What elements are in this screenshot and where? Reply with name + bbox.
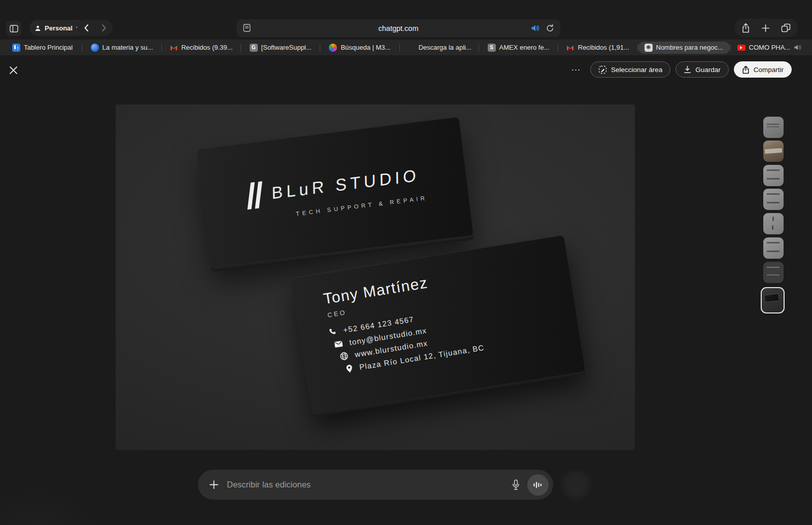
chatgpt-icon: ❋ xyxy=(645,44,653,52)
url-text: chatgpt.com xyxy=(236,24,560,32)
share-button[interactable]: Compartir xyxy=(734,61,792,78)
select-area-label: Seleccionar área xyxy=(611,66,662,74)
microphone-icon[interactable] xyxy=(512,479,520,491)
tab-overview-icon[interactable] xyxy=(781,23,791,32)
select-area-icon xyxy=(598,65,607,74)
tab-recibidos-2[interactable]: Recibidos (1,91... xyxy=(558,42,637,54)
tab-como-pha-youtube[interactable]: COMO PHA... xyxy=(730,42,809,54)
thumbnail-3[interactable] xyxy=(763,165,784,186)
blue-globe-icon xyxy=(91,44,99,52)
gmail-icon xyxy=(170,44,178,52)
thumbnail-8-selected[interactable] xyxy=(761,287,785,313)
company-logo-text: BLuR STUDIO xyxy=(272,165,420,203)
audio-playing-icon[interactable] xyxy=(531,24,540,32)
tab-busqueda-m365[interactable]: Búsqueda | M3... xyxy=(320,42,399,54)
phone-icon xyxy=(328,327,337,336)
thumbnail-2[interactable] xyxy=(763,141,784,162)
sidebar-icon xyxy=(10,25,18,32)
location-icon xyxy=(345,364,353,373)
close-icon xyxy=(9,66,18,75)
thumbnail-5[interactable] xyxy=(763,213,784,234)
tab-descarga-app[interactable]: Descarga la apli... xyxy=(400,42,479,54)
close-button[interactable] xyxy=(8,65,18,75)
share-label: Compartir xyxy=(754,66,784,74)
edit-prompt-input[interactable] xyxy=(227,480,512,489)
tab-amex[interactable]: S AMEX enero fe... xyxy=(479,42,558,54)
business-card-front: BLuR STUDIO TECH SUPPORT & REPAIR xyxy=(197,117,473,267)
browser-toolbar: Personal chatgpt.com xyxy=(0,0,812,40)
address-bar-actions xyxy=(531,19,554,37)
globe-icon xyxy=(339,351,349,361)
address-bar[interactable]: chatgpt.com xyxy=(236,19,560,37)
save-button[interactable]: Guardar xyxy=(675,61,729,78)
double-bar-icon xyxy=(247,181,262,209)
browser-window: Personal chatgpt.com xyxy=(0,0,812,525)
share-icon[interactable] xyxy=(741,23,750,33)
attach-plus-icon[interactable] xyxy=(209,480,219,489)
gmail-icon xyxy=(566,44,574,52)
more-options-button[interactable]: … xyxy=(571,62,585,77)
trello-icon xyxy=(12,44,20,52)
ghost-button-glow xyxy=(562,471,590,499)
viewer-action-bar: … Seleccionar área Guardar Compartir xyxy=(571,61,792,78)
edit-prompt-bar xyxy=(198,470,553,500)
tab-audio-muted-icon[interactable] xyxy=(794,44,802,51)
tab-bar: Tablero Principal La materia y su... Rec… xyxy=(0,40,812,55)
forward-button[interactable] xyxy=(95,24,113,32)
tab-recibidos-1[interactable]: Recibidos (9.39... xyxy=(162,42,241,54)
nav-buttons xyxy=(77,20,113,36)
sidebar-toggle-button[interactable] xyxy=(6,21,21,36)
microsoft-icon xyxy=(407,44,415,52)
generated-image[interactable]: BLuR STUDIO TECH SUPPORT & REPAIR Tony M… xyxy=(116,104,635,450)
new-tab-icon[interactable] xyxy=(761,24,770,32)
chevron-left-icon xyxy=(84,24,89,32)
tab-tablero-principal[interactable]: Tablero Principal xyxy=(3,42,82,54)
tab-softwaresuppl[interactable]: G [SoftwareSuppl... xyxy=(241,42,320,54)
waveform-icon xyxy=(533,480,543,489)
download-icon xyxy=(684,65,691,74)
corner-glow xyxy=(0,487,101,525)
email-icon xyxy=(334,340,344,347)
copilot-icon xyxy=(329,44,337,52)
tab-la-materia[interactable]: La materia y su... xyxy=(82,42,161,54)
share-up-icon xyxy=(742,65,750,74)
thumbnail-6[interactable] xyxy=(763,237,784,259)
reload-icon[interactable] xyxy=(546,24,554,32)
save-label: Guardar xyxy=(695,66,721,74)
thumbnail-7[interactable] xyxy=(763,262,784,283)
thumbnail-4[interactable] xyxy=(763,189,784,210)
youtube-icon xyxy=(737,44,746,52)
select-area-button[interactable]: Seleccionar área xyxy=(590,61,670,78)
g-square-icon: G xyxy=(250,44,258,52)
thumbnail-1[interactable] xyxy=(763,117,784,138)
profile-label: Personal xyxy=(45,24,73,32)
chevron-right-icon xyxy=(101,24,107,32)
tab-nombres-negocio-active[interactable]: ❋ Nombres para negoc... xyxy=(638,42,730,54)
back-button[interactable] xyxy=(77,24,95,32)
s-square-icon: S xyxy=(488,44,496,52)
business-card-back: Tony Martínez CEO +52 664 123 4567 tony@… xyxy=(290,235,585,414)
voice-mode-button[interactable] xyxy=(527,474,549,496)
person-icon xyxy=(35,25,41,31)
toolbar-right-actions xyxy=(734,19,798,37)
